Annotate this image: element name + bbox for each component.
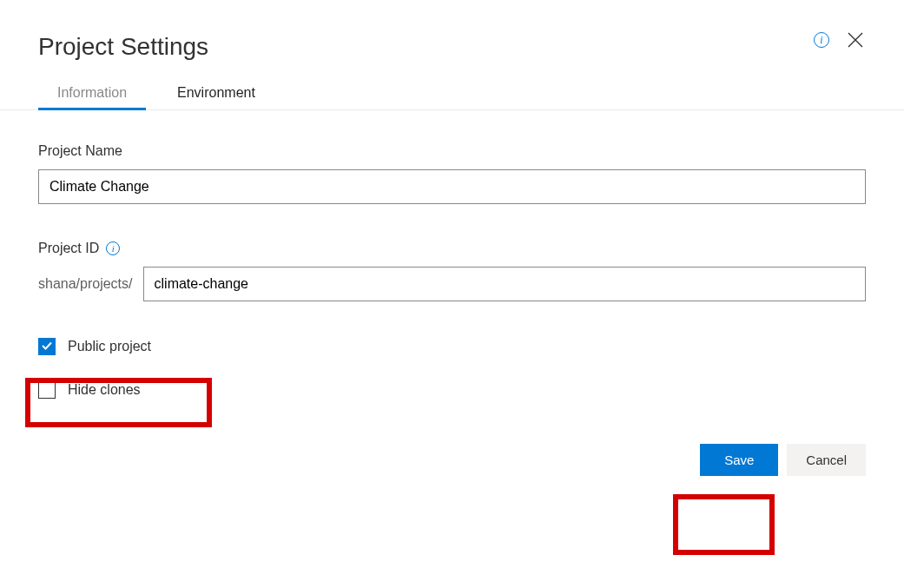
close-icon[interactable] (845, 30, 866, 50)
hide-clones-row: Hide clones (38, 381, 866, 399)
tab-environment[interactable]: Environment (177, 85, 255, 109)
cancel-button[interactable]: Cancel (787, 444, 866, 476)
annotation-highlight-save (673, 494, 775, 555)
public-project-checkbox[interactable] (38, 338, 56, 355)
info-icon[interactable]: i (106, 241, 120, 255)
info-icon[interactable]: i (814, 32, 829, 48)
project-name-label: Project Name (38, 143, 866, 159)
tab-information[interactable]: Information (57, 85, 127, 109)
tabs: Information Environment (0, 85, 904, 110)
public-project-label: Public project (68, 339, 151, 354)
project-id-input[interactable] (143, 267, 866, 301)
save-button[interactable]: Save (700, 444, 778, 476)
hide-clones-checkbox[interactable] (38, 381, 56, 399)
project-id-label: Project ID i (38, 241, 866, 256)
hide-clones-label: Hide clones (68, 382, 141, 398)
project-id-row: shana/projects/ (38, 267, 866, 301)
dialog-title: Project Settings (38, 33, 208, 61)
dialog-header: Project Settings i (38, 0, 866, 61)
project-settings-dialog: Project Settings i Information Environme… (0, 0, 904, 476)
project-id-label-text: Project ID (38, 241, 99, 256)
public-project-row: Public project (38, 338, 866, 355)
dialog-buttons: Save Cancel (38, 444, 866, 476)
checkmark-icon (41, 340, 53, 353)
project-name-input[interactable] (38, 169, 866, 204)
form-section: Project Name Project ID i shana/projects… (38, 110, 866, 476)
header-icons: i (814, 30, 866, 50)
project-id-prefix: shana/projects/ (38, 276, 143, 292)
